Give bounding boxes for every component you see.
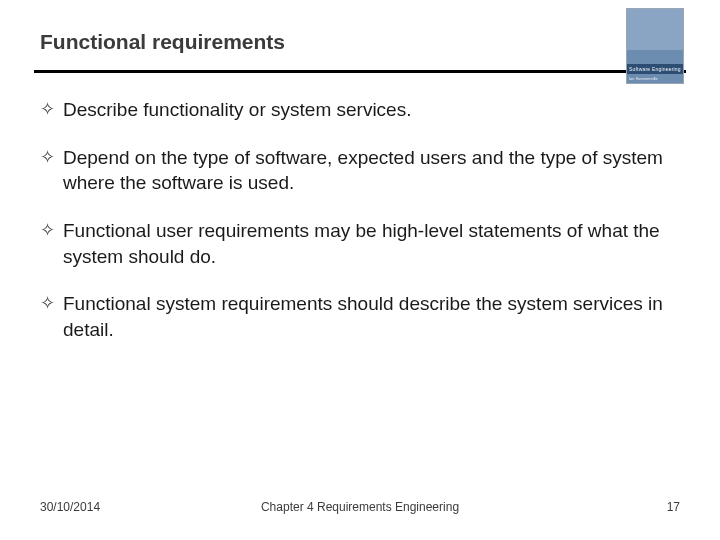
bullet-text: Functional system requirements should de… — [63, 291, 680, 342]
slide-title: Functional requirements — [40, 30, 680, 54]
bullet-text: Depend on the type of software, expected… — [63, 145, 680, 196]
list-item: ✧ Describe functionality or system servi… — [40, 97, 680, 123]
footer-page-number: 17 — [667, 500, 680, 514]
bullet-text: Describe functionality or system service… — [63, 97, 411, 123]
book-cover-image: Software Engineering Ian Sommerville — [626, 8, 684, 84]
footer-chapter: Chapter 4 Requirements Engineering — [261, 500, 459, 514]
footer-date: 30/10/2014 — [40, 500, 100, 514]
slide-content: ✧ Describe functionality or system servi… — [0, 73, 720, 342]
list-item: ✧ Depend on the type of software, expect… — [40, 145, 680, 196]
book-cover-title: Software Engineering — [627, 64, 683, 74]
diamond-bullet-icon: ✧ — [40, 145, 55, 169]
bullet-text: Functional user requirements may be high… — [63, 218, 680, 269]
diamond-bullet-icon: ✧ — [40, 218, 55, 242]
slide-header: Functional requirements Software Enginee… — [0, 0, 720, 64]
list-item: ✧ Functional user requirements may be hi… — [40, 218, 680, 269]
book-cover-author: Ian Sommerville — [627, 74, 683, 83]
diamond-bullet-icon: ✧ — [40, 291, 55, 315]
slide-footer: 30/10/2014 Chapter 4 Requirements Engine… — [0, 500, 720, 514]
list-item: ✧ Functional system requirements should … — [40, 291, 680, 342]
diamond-bullet-icon: ✧ — [40, 97, 55, 121]
